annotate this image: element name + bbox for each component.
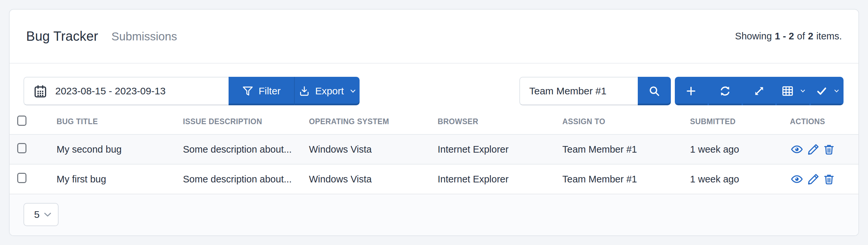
row-checkbox[interactable] bbox=[17, 173, 27, 183]
plus-icon bbox=[685, 85, 697, 97]
column-header-bug-title[interactable]: BUG TITLE bbox=[57, 109, 183, 134]
items-summary: Showing 1 - 2 of 2 items. bbox=[735, 31, 842, 42]
table-row: My second bug Some description about... … bbox=[9, 134, 859, 164]
summary-of: of bbox=[797, 31, 805, 42]
export-button[interactable]: Export bbox=[294, 77, 360, 105]
summary-total: 2 bbox=[808, 31, 813, 42]
column-header-submitted[interactable]: SUBMITTED bbox=[690, 109, 790, 134]
date-range-input[interactable] bbox=[24, 77, 228, 105]
filter-button-label: Filter bbox=[259, 85, 281, 97]
toolbar: Filter Export bbox=[24, 77, 843, 105]
summary-items: items. bbox=[816, 31, 842, 42]
search-value[interactable] bbox=[529, 85, 638, 97]
search-and-grid-controls bbox=[519, 77, 843, 105]
expand-button[interactable] bbox=[743, 77, 776, 105]
column-header-browser[interactable]: BROWSER bbox=[438, 109, 562, 134]
card-header: Bug Tracker Submissions Showing 1 - 2 of… bbox=[9, 9, 859, 63]
download-icon bbox=[299, 85, 310, 97]
page-size-value: 5 bbox=[34, 209, 40, 220]
search-button[interactable] bbox=[638, 77, 671, 105]
page-size-select[interactable]: 5 bbox=[24, 203, 59, 226]
toggle-columns-button[interactable] bbox=[777, 77, 809, 105]
column-header-operating-system[interactable]: OPERATING SYSTEM bbox=[309, 109, 438, 134]
check-icon bbox=[816, 85, 828, 97]
row-actions bbox=[790, 135, 859, 164]
bulk-select-button[interactable] bbox=[811, 77, 843, 105]
chevron-down-icon bbox=[834, 89, 839, 93]
select-all-checkbox[interactable] bbox=[17, 115, 27, 126]
summary-range: 1 - 2 bbox=[775, 31, 794, 42]
export-button-label: Export bbox=[315, 85, 344, 97]
cell-issue-description: Some description about... bbox=[183, 134, 309, 164]
cell-browser: Internet Explorer bbox=[438, 164, 562, 194]
refresh-button[interactable] bbox=[709, 77, 742, 105]
submissions-table: BUG TITLE ISSUE DESCRIPTION OPERATING SY… bbox=[9, 109, 859, 194]
cell-submitted: 1 week ago bbox=[690, 134, 790, 164]
cell-assign-to: Team Member #1 bbox=[562, 134, 690, 164]
chevron-down-icon bbox=[44, 213, 51, 217]
search-input[interactable] bbox=[519, 77, 638, 105]
page-title: Bug Tracker bbox=[26, 29, 98, 44]
edit-pencil-icon[interactable] bbox=[807, 173, 820, 185]
bug-tracker-card: Bug Tracker Submissions Showing 1 - 2 of… bbox=[9, 9, 859, 236]
filter-funnel-icon bbox=[242, 85, 253, 97]
cell-bug-title: My second bug bbox=[57, 134, 183, 164]
expand-icon bbox=[753, 85, 765, 97]
table-header-row: BUG TITLE ISSUE DESCRIPTION OPERATING SY… bbox=[9, 109, 859, 134]
filter-button[interactable]: Filter bbox=[228, 77, 294, 105]
view-eye-icon[interactable] bbox=[790, 173, 804, 185]
cell-operating-system: Windows Vista bbox=[309, 164, 438, 194]
table-row: My first bug Some description about... W… bbox=[9, 164, 859, 194]
page-subtitle: Submissions bbox=[112, 30, 177, 43]
column-header-issue-description[interactable]: ISSUE DESCRIPTION bbox=[183, 109, 309, 134]
chevron-down-icon bbox=[801, 89, 805, 93]
edit-pencil-icon[interactable] bbox=[807, 143, 820, 156]
cell-operating-system: Windows Vista bbox=[309, 134, 438, 164]
cell-issue-description: Some description about... bbox=[183, 164, 309, 194]
table-grid-icon bbox=[781, 85, 794, 97]
cell-browser: Internet Explorer bbox=[438, 134, 562, 164]
cell-submitted: 1 week ago bbox=[690, 164, 790, 194]
add-button[interactable] bbox=[675, 77, 708, 105]
cell-bug-title: My first bug bbox=[57, 164, 183, 194]
delete-trash-icon[interactable] bbox=[823, 143, 835, 156]
search-icon bbox=[648, 85, 660, 97]
row-checkbox[interactable] bbox=[17, 143, 27, 153]
date-range-value[interactable] bbox=[55, 85, 228, 97]
calendar-icon bbox=[33, 84, 47, 98]
delete-trash-icon[interactable] bbox=[823, 173, 835, 185]
grid-button-group bbox=[675, 77, 843, 105]
card-footer: 5 bbox=[9, 194, 859, 236]
date-filter-group: Filter Export bbox=[24, 77, 360, 105]
column-header-actions: ACTIONS bbox=[790, 109, 859, 134]
view-eye-icon[interactable] bbox=[790, 143, 804, 156]
cell-assign-to: Team Member #1 bbox=[562, 164, 690, 194]
column-header-assign-to[interactable]: ASSIGN TO bbox=[562, 109, 690, 134]
summary-showing: Showing bbox=[735, 31, 772, 42]
refresh-icon bbox=[719, 85, 732, 97]
row-actions bbox=[790, 165, 859, 194]
chevron-down-icon bbox=[350, 89, 355, 93]
